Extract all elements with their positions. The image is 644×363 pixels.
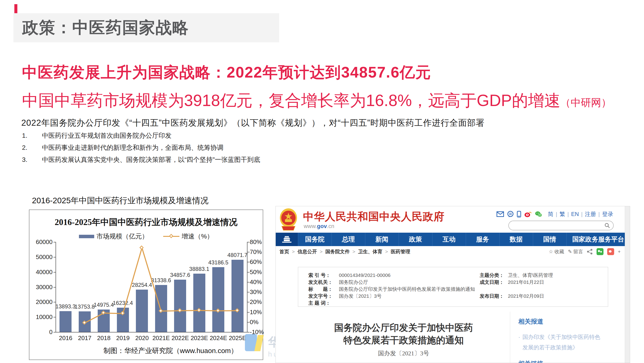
red-accent-mark bbox=[14, 4, 17, 14]
share-icon[interactable] bbox=[587, 249, 593, 255]
document-meta-table: 索 引 号：000014349/2021-00006主题分类：卫生、体育\医药管… bbox=[298, 267, 608, 307]
y-tick-mark-right bbox=[248, 312, 250, 312]
x-tick-label: 2016 bbox=[56, 334, 75, 342]
nav-item-9[interactable]: 国家政务服务平台 bbox=[566, 233, 630, 246]
gov-site-url: www.gov.cn bbox=[304, 223, 334, 230]
legend-item-line: 增速（%） bbox=[163, 232, 214, 241]
nav-item-3[interactable]: 新闻 bbox=[365, 233, 398, 246]
y-tick-mark-right bbox=[248, 322, 250, 322]
bar bbox=[136, 290, 148, 332]
subheadline-text: 中国中草药市场规模为3918亿元，复合增长率为16.8%，远高于GDP的增速 bbox=[22, 92, 560, 110]
nav-item-1[interactable]: 国务院 bbox=[298, 233, 332, 246]
gov-header: 中华人民共和国中央人民政府 www.gov.cn 简|繁|EN|注册|登录 bbox=[276, 206, 630, 233]
document-body: 国务院办公厅印发关于加快中医药 特色发展若干政策措施的通知 国办发〔2021〕3… bbox=[296, 322, 511, 358]
breadcrumb-item-1[interactable]: 首页 bbox=[280, 248, 289, 255]
related-report-link[interactable]: · 国办印发《关于加快中医药特色发展的若干政策措施》 bbox=[518, 332, 602, 352]
weibo-icon[interactable] bbox=[524, 211, 532, 218]
meta-label: 主题分类： bbox=[480, 272, 508, 279]
bullet-icon: · bbox=[518, 332, 520, 352]
y-tick-mark-right bbox=[248, 302, 250, 302]
lang-separator: | bbox=[556, 211, 557, 218]
weibo-share-icon[interactable] bbox=[607, 248, 614, 255]
legend-line-label: 增速（%） bbox=[182, 232, 214, 241]
gov-top-icons: 简|繁|EN|注册|登录 bbox=[496, 210, 613, 218]
scrollbar[interactable] bbox=[625, 206, 630, 363]
bar bbox=[232, 260, 244, 332]
search-icon[interactable] bbox=[604, 223, 610, 228]
gov-search-input[interactable] bbox=[512, 222, 604, 228]
comment-button[interactable]: ✎ 留言 bbox=[568, 248, 583, 255]
legend-line-swatch bbox=[163, 236, 180, 237]
nav-item-4[interactable]: 政策 bbox=[398, 233, 432, 246]
breadcrumb: 首页>信息公开>国务院文件>卫生、体育>医药管理 bbox=[280, 248, 410, 255]
x-tick-label: 2018 bbox=[94, 334, 114, 342]
meta-value bbox=[339, 300, 608, 306]
chart-title: 2016-2025年中国中医药行业市场规模及增速情况 bbox=[30, 216, 263, 228]
breadcrumb-separator: > bbox=[385, 249, 388, 254]
nav-item-8[interactable]: 国情 bbox=[533, 233, 566, 246]
comment-label: 留言 bbox=[574, 249, 583, 254]
list-item: 3.中医药发展认真落实党中央、国务院决策部署，以“四个坚持”一张蓝图干到底 bbox=[22, 156, 260, 163]
bar bbox=[174, 280, 186, 332]
breadcrumb-item-4[interactable]: 卫生、体育 bbox=[358, 248, 382, 255]
mobile-icon[interactable] bbox=[517, 211, 521, 218]
y-tick-mark-right bbox=[248, 242, 250, 242]
meta-label: 发文机关： bbox=[308, 279, 339, 286]
lang-link-登录[interactable]: 登录 bbox=[602, 210, 613, 218]
legend-item-bar: 市场规模（亿元） bbox=[79, 232, 148, 241]
wechat-share-icon[interactable] bbox=[596, 248, 604, 255]
subheadline: 中国中草药市场规模为3918亿元，复合增长率为16.8%，远高于GDP的增速（中… bbox=[22, 90, 611, 112]
breadcrumb-item-5[interactable]: 医药管理 bbox=[391, 248, 410, 255]
y-tick-label-right: 80% bbox=[250, 238, 262, 246]
related-links-heading-clipped: 相关链接 bbox=[518, 360, 543, 363]
chart-legend: 市场规模（亿元） 增速（%） bbox=[30, 232, 263, 241]
document-title-line2: 特色发展若干政策措施的通知 bbox=[296, 334, 511, 346]
list-item-text: 中医药事业走进新时代的新理念和新作为，全面布局、统筹协调 bbox=[42, 144, 224, 151]
lang-separator: | bbox=[598, 211, 600, 218]
gov-lang-links: 简|繁|EN|注册|登录 bbox=[548, 210, 613, 218]
meta-value: 000014349/2021-00006 bbox=[339, 272, 480, 279]
nav-item-6[interactable]: 服务 bbox=[466, 233, 499, 246]
list-item: 1.中医药行业五年规划首次由国务院办公厅印发 bbox=[22, 132, 260, 139]
chart-section-label: 2016-2025年中国中医药行业市场规模及增速情况 bbox=[32, 195, 208, 206]
y-tick-mark-right bbox=[248, 292, 250, 292]
chart-source: 制图：华经产业研究院（www.huaon.com） bbox=[104, 346, 238, 356]
tiananmen-home-icon bbox=[282, 236, 292, 243]
meta-value: 国务院办公厅印发关于加快中医药特色发展若干政策措施的通知 bbox=[339, 286, 608, 292]
y-tick-label-left: 0 bbox=[30, 328, 52, 336]
favorite-button[interactable]: ☆ 收藏 bbox=[549, 248, 564, 255]
meta-label: 成文日期： bbox=[480, 279, 508, 286]
wechat-icon[interactable] bbox=[535, 211, 542, 218]
y-tick-label-right: 40% bbox=[250, 278, 262, 286]
gov-site-title: 中华人民共和国中央人民政府 bbox=[303, 210, 444, 224]
nav-item-5[interactable]: 互动 bbox=[432, 233, 466, 246]
lang-link-繁[interactable]: 繁 bbox=[560, 210, 565, 218]
lang-link-EN[interactable]: EN bbox=[571, 211, 579, 218]
y-tick-label-right: 30% bbox=[250, 288, 262, 296]
y-tick-mark-right bbox=[248, 332, 250, 332]
related-reports: 相关报道 · 国办印发《关于加快中医药特色发展的若干政策措施》 bbox=[518, 318, 611, 352]
chat-icon[interactable] bbox=[507, 211, 514, 218]
nav-item-7[interactable]: 数据 bbox=[499, 233, 533, 246]
more-share-button[interactable]: + bbox=[618, 249, 620, 254]
page-title: 政策：中医药国家战略 bbox=[22, 17, 189, 39]
related-reports-heading: 相关报道 bbox=[518, 318, 611, 326]
bar-value-label: 48071.7 bbox=[217, 252, 258, 258]
lang-link-注册[interactable]: 注册 bbox=[585, 210, 596, 218]
x-tick-label: 2022E bbox=[170, 334, 190, 342]
y-tick-mark-left bbox=[54, 272, 56, 272]
y-tick-label-right: 10% bbox=[250, 308, 262, 316]
lang-link-简[interactable]: 简 bbox=[548, 210, 554, 218]
breadcrumb-item-3[interactable]: 国务院文件 bbox=[326, 248, 350, 255]
meta-value: 卫生、体育\医药管理 bbox=[508, 272, 608, 279]
breadcrumb-separator: > bbox=[352, 249, 355, 254]
breadcrumb-item-2[interactable]: 信息公开 bbox=[298, 248, 317, 255]
gov-breadcrumb-row: 首页>信息公开>国务院文件>卫生、体育>医药管理 ☆ 收藏 ✎ 留言 + bbox=[276, 246, 630, 257]
y-tick-mark-left bbox=[54, 332, 56, 332]
mail-icon[interactable] bbox=[496, 211, 504, 217]
nav-item-2[interactable]: 总理 bbox=[332, 233, 365, 246]
y-tick-label-left: 50000 bbox=[30, 254, 52, 261]
y-tick-label-right: 0% bbox=[250, 318, 258, 326]
y-tick-label-right: 50% bbox=[250, 268, 262, 276]
nav-home-item[interactable] bbox=[276, 233, 298, 246]
